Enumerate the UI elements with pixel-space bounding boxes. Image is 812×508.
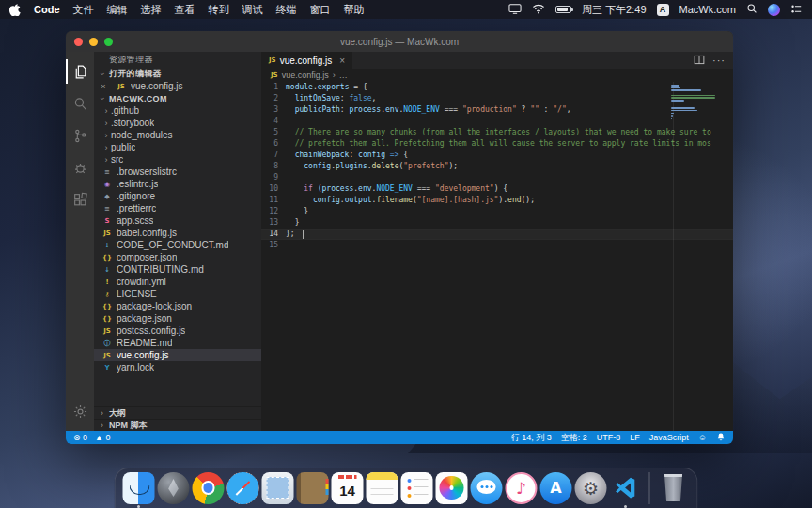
tree-file-LICENSE[interactable]: ⚷LICENSE [94,288,261,300]
status-item[interactable]: UTF-8 [597,433,621,442]
code-line-13[interactable]: 13 } [261,217,733,229]
code-line-7[interactable]: 7 chainWebpack: config => { [261,150,733,161]
dock-safari-icon[interactable] [227,472,259,504]
spotlight-search-icon[interactable] [746,3,757,16]
tree-file-.prettierrc[interactable]: ≡.prettierrc [94,202,261,214]
tree-file-postcss.config.js[interactable]: JSpostcss.config.js [94,325,261,337]
sidebar-section-大纲[interactable]: ›大纲 [94,406,261,419]
close-tab-icon[interactable]: × [339,56,345,66]
tree-file-app.scss[interactable]: Sapp.scss [94,214,261,227]
menu-clock[interactable]: 周三 下午2:49 [582,3,646,17]
feedback-smiley-icon[interactable]: ☺ [698,433,707,442]
dock-notes-icon[interactable] [367,472,398,504]
tree-file-CONTRIBUTING.md[interactable]: ↓CONTRIBUTING.md [94,263,261,276]
dock-vscode-icon[interactable] [610,472,642,504]
split-editor-icon[interactable] [694,52,705,69]
code-line-5[interactable]: 5 // There are so many chunks (from all … [261,127,733,138]
notification-center-icon[interactable] [790,4,803,16]
warning-count[interactable]: ▲ 0 [95,433,110,442]
error-count[interactable]: ⊗ 0 [73,433,87,442]
menu-item-帮助[interactable]: 帮助 [344,3,365,17]
dock-contacts-icon[interactable] [297,472,329,504]
dock-chrome-icon[interactable] [193,472,225,504]
dock-appstore-icon[interactable]: A [540,472,572,504]
dock-finder-icon[interactable] [123,472,155,504]
status-item[interactable]: JavaScript [649,433,689,442]
more-actions-icon[interactable]: ··· [712,55,726,66]
debug-icon[interactable] [66,151,94,183]
tree-file-composer.json[interactable]: {}composer.json [94,251,261,263]
explorer-icon[interactable] [66,56,94,87]
menu-account-label[interactable]: MacWk.com [679,4,737,15]
tree-file-vue.config.js[interactable]: JSvue.config.js [94,349,261,361]
tree-folder-.github[interactable]: ›.github [94,104,261,117]
tree-folder-.storybook[interactable]: ›.storybook [94,117,261,129]
code-line-2[interactable]: 2 lintOnSave: false, [261,93,733,104]
dock-itunes-icon[interactable]: ♪ [506,472,538,504]
tree-file-README.md[interactable]: ⓘREADME.md [94,337,261,349]
search-icon[interactable] [66,87,94,119]
tree-file-crowdin.yml[interactable]: !crowdin.yml [94,276,261,288]
notifications-bell-icon[interactable] [716,432,726,444]
tree-folder-public[interactable]: ›public [94,141,261,153]
status-item[interactable]: 空格: 2 [561,432,587,444]
dock-launchpad-icon[interactable] [158,472,190,504]
open-editor-item[interactable]: ×JSvue.config.js [94,80,261,92]
tree-folder-src[interactable]: ›src [94,153,261,166]
code-line-15[interactable]: 15 [261,240,733,251]
window-titlebar[interactable]: vue.config.js — MacWk.com [66,31,733,52]
dock-mail-icon[interactable] [262,472,294,504]
tree-file-babel.config.js[interactable]: JSbabel.config.js [94,227,261,239]
tree-file-CODE_OF_CONDUCT.md[interactable]: ↓CODE_OF_CONDUCT.md [94,239,261,251]
menu-item-查看[interactable]: 查看 [175,3,195,17]
tree-file-.gitignore[interactable]: ◆.gitignore [94,190,261,202]
menu-item-编辑[interactable]: 编辑 [107,3,128,17]
menu-item-转到[interactable]: 转到 [209,3,229,17]
dock-messages-icon[interactable] [471,472,503,504]
tree-folder-node_modules[interactable]: ›node_modules [94,129,261,141]
wifi-icon[interactable] [532,3,545,16]
apple-menu-icon[interactable] [9,3,21,16]
dock-systemprefs-icon[interactable]: ⚙ [575,472,607,504]
siri-icon[interactable] [768,4,780,16]
menu-item-调试[interactable]: 调试 [242,3,263,17]
display-icon[interactable] [508,3,522,17]
dock-photos-icon[interactable] [436,472,468,504]
menu-item-文件[interactable]: 文件 [73,3,94,17]
code-line-11[interactable]: 11 config.output.filename("[name].[hash]… [261,195,733,206]
tree-file-package.json[interactable]: {}package.json [94,312,261,325]
source-control-icon[interactable] [66,119,94,151]
code-line-9[interactable]: 9 [261,172,733,183]
status-item[interactable]: 行 14, 列 3 [511,432,552,444]
battery-icon[interactable] [555,6,571,13]
open-editors-header[interactable]: › 打开的编辑器 [94,68,261,80]
code-line-1[interactable]: 1module.exports = { [261,82,733,93]
status-item[interactable]: LF [630,433,640,442]
menu-item-选择[interactable]: 选择 [141,3,162,17]
breadcrumb[interactable]: JS vue.config.js › … [261,69,733,82]
code-line-12[interactable]: 12 } [261,206,733,217]
code-line-6[interactable]: 6 // prefetch them all. Prefetching them… [261,138,733,150]
tree-file-.eslintrc.js[interactable]: ◉.eslintrc.js [94,178,261,190]
dock-trash-icon[interactable] [658,472,690,504]
extensions-icon[interactable] [66,183,94,215]
tree-file-yarn.lock[interactable]: Yyarn.lock [94,361,261,373]
input-source-icon[interactable]: A [657,4,669,16]
dock-calendar-icon[interactable]: 14 [332,472,364,504]
tab-vue-config[interactable]: JS vue.config.js × [261,52,352,69]
tree-file-.browserslistrc[interactable]: ≡.browserslistrc [94,166,261,178]
dock-reminders-icon[interactable] [401,472,433,504]
code-line-4[interactable]: 4 [261,116,733,127]
minimap[interactable] [671,85,718,122]
tree-file-package-lock.json[interactable]: {}package-lock.json [94,300,261,312]
menu-app-name[interactable]: Code [34,4,60,15]
code-line-10[interactable]: 10 if (process.env.NODE_ENV === "develop… [261,183,733,195]
settings-gear-icon[interactable] [66,395,94,427]
code-line-3[interactable]: 3 publicPath: process.env.NODE_ENV === "… [261,104,733,116]
sidebar-section-NPM 脚本[interactable]: ›NPM 脚本 [94,419,261,431]
code-editor[interactable]: 1module.exports = {2 lintOnSave: false,3… [261,82,733,431]
menu-item-终端[interactable]: 终端 [276,3,297,17]
menu-item-窗口[interactable]: 窗口 [310,3,331,17]
code-line-8[interactable]: 8 config.plugins.delete("prefetch"); [261,161,733,172]
project-header[interactable]: › MACWK.COM [94,92,261,104]
